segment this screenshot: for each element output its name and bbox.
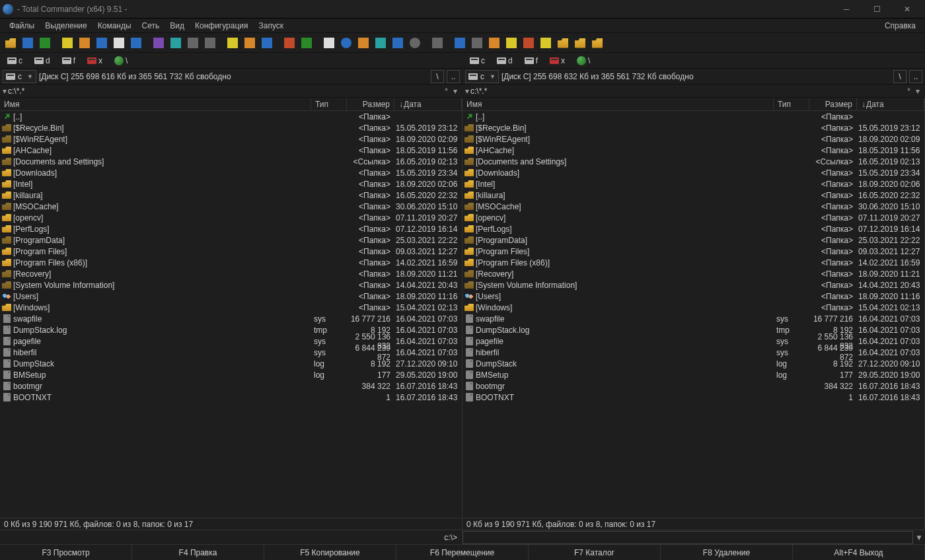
filelist-right[interactable]: ➜[..]<Папка>[$Recycle.Bin]<Папка>15.05.2… [462, 111, 924, 518]
list-item[interactable]: [$Recycle.Bin]<Папка>15.05.2019 23:12 [0, 122, 462, 133]
screen-icon[interactable] [94, 35, 110, 51]
menu-конфигурация[interactable]: Конфигурация [190, 18, 254, 33]
root-button-left[interactable]: \ [431, 70, 444, 83]
fkey-f3[interactable]: F3 Просмотр [0, 545, 132, 560]
list-item[interactable]: [System Volume Information]<Папка>14.04.… [462, 279, 924, 291]
tool-2-icon[interactable] [185, 35, 201, 51]
filelist-left[interactable]: ➜[..]<Папка>[$Recycle.Bin]<Папка>15.05.2… [0, 111, 462, 518]
list-item[interactable]: [Users]<Папка>18.09.2020 11:16 [0, 291, 462, 302]
list-item[interactable]: [Intel]<Папка>18.09.2020 02:06 [462, 178, 924, 190]
header-date[interactable]: ↓Дата [394, 98, 462, 110]
list-item[interactable]: BMSetuplog17729.05.2020 19:00 [462, 369, 924, 380]
grid-icon[interactable] [128, 35, 144, 51]
list-item[interactable]: [ProgramData]<Папка>25.03.2021 22:22 [462, 234, 924, 246]
header-name[interactable]: Имя [462, 98, 774, 110]
list-item[interactable]: [Intel]<Папка>18.09.2020 02:06 [0, 178, 462, 190]
list-item[interactable]: [killaura]<Папка>16.05.2020 22:32 [0, 190, 462, 201]
list-item[interactable]: [MSOCache]<Папка>30.06.2020 15:10 [462, 201, 924, 212]
desktop-icon[interactable] [77, 35, 92, 51]
list-item[interactable]: [ProgramData]<Папка>25.03.2021 22:22 [0, 234, 462, 246]
up-button-left[interactable]: .. [447, 70, 460, 83]
list-item[interactable]: [MSOCache]<Папка>30.06.2020 15:10 [0, 201, 462, 212]
list-item[interactable]: [PerfLogs]<Папка>07.12.2019 16:14 [0, 223, 462, 234]
window-icon[interactable] [390, 35, 406, 51]
menu-команды[interactable]: Команды [92, 18, 137, 33]
history-button[interactable]: ▾ [453, 87, 457, 96]
list-item[interactable]: [opencv]<Папка>07.11.2019 20:27 [0, 212, 462, 223]
bug-icon[interactable] [429, 35, 445, 51]
windows-icon[interactable] [59, 35, 75, 51]
fkey-f4[interactable]: F4 Правка [132, 545, 264, 560]
monitor-icon[interactable] [452, 35, 468, 51]
list-item[interactable]: bootmgr384 32216.07.2016 18:43 [0, 380, 462, 392]
list-item[interactable]: [System Volume Information]<Папка>14.04.… [0, 279, 462, 291]
list-item[interactable]: ➜[..]<Папка> [0, 111, 462, 122]
menu-help[interactable]: Справка [879, 18, 921, 33]
drive-d[interactable]: d [492, 54, 517, 67]
list-item[interactable]: [$WinREAgent]<Папка>18.09.2020 02:09 [0, 133, 462, 145]
header-size[interactable]: Размер [809, 98, 857, 110]
close-button[interactable]: ✕ [892, 0, 922, 18]
list-item[interactable]: BMSetuplog17729.05.2020 19:00 [0, 369, 462, 380]
list-item[interactable]: hiberfilsys6 844 239 87216.04.2021 07:03 [0, 347, 462, 358]
pack-icon[interactable] [486, 35, 502, 51]
split-icon[interactable] [20, 35, 36, 51]
open-icon[interactable] [3, 35, 18, 51]
list-item[interactable]: [$Recycle.Bin]<Папка>15.05.2019 23:12 [462, 122, 924, 133]
image-icon[interactable] [299, 35, 314, 51]
drive-c[interactable]: c [465, 54, 490, 67]
header-date[interactable]: ↓Дата [857, 98, 924, 110]
drive-f[interactable]: f [520, 54, 542, 67]
list-item[interactable]: swapfilesys16 777 21616.04.2021 07:03 [0, 313, 462, 324]
up-button-right[interactable]: .. [909, 70, 922, 83]
list-item[interactable]: [Recovery]<Папка>18.09.2020 11:21 [462, 268, 924, 279]
favorites-button[interactable]: * [445, 87, 448, 96]
list-item[interactable]: bootmgr384 32216.07.2016 18:43 [462, 380, 924, 392]
root-button-right[interactable]: \ [893, 70, 906, 83]
menu-сеть[interactable]: Сеть [137, 18, 165, 33]
fkey-f5[interactable]: F5 Копирование [264, 545, 396, 560]
menu-файлы[interactable]: Файлы [4, 18, 40, 33]
list-item[interactable]: [Users]<Папка>18.09.2020 11:16 [462, 291, 924, 302]
fkey-f6[interactable]: F6 Перемещение [396, 545, 529, 560]
list-item[interactable]: [AHCache]<Папка>18.05.2019 11:56 [462, 145, 924, 156]
drive-c[interactable]: c [3, 54, 27, 67]
list-item[interactable]: DumpStacklog8 19227.12.2020 09:10 [462, 358, 924, 369]
fkey-alt+f4[interactable]: Alt+F4 Выход [793, 545, 925, 560]
menu-выделение[interactable]: Выделение [40, 18, 92, 33]
fkey-f7[interactable]: F7 Каталог [529, 545, 661, 560]
history-button[interactable]: ▾ [916, 87, 920, 96]
list-item[interactable]: [Downloads]<Папка>15.05.2019 23:34 [0, 167, 462, 178]
trash-icon[interactable] [469, 35, 485, 51]
lock-icon[interactable] [503, 35, 519, 51]
command-history-button[interactable]: ▼ [913, 533, 925, 542]
pathbar-left[interactable]: ▾ c:\*.* * ▾ [0, 85, 462, 98]
paint-icon[interactable] [151, 35, 166, 51]
list-item[interactable]: DumpStacklog8 19227.12.2020 09:10 [0, 358, 462, 369]
folder1-icon[interactable] [555, 35, 571, 51]
list-item[interactable]: [killaura]<Папка>16.05.2020 22:32 [462, 190, 924, 201]
list-item[interactable]: BOOTNXT116.07.2016 18:43 [462, 392, 924, 403]
list-item[interactable]: [Documents and Settings]<Ссылка>16.05.20… [0, 156, 462, 167]
list-item[interactable]: [Program Files (x86)]<Папка>14.02.2021 1… [0, 257, 462, 268]
list-item[interactable]: [AHCache]<Папка>18.05.2019 11:56 [0, 145, 462, 156]
drive-\[interactable]: \ [572, 54, 595, 67]
fkey-f8[interactable]: F8 Удаление [661, 545, 793, 560]
list-item[interactable]: [Downloads]<Папка>15.05.2019 23:34 [462, 167, 924, 178]
list-item[interactable]: [Program Files (x86)]<Папка>14.02.2021 1… [462, 257, 924, 268]
list-item[interactable]: [$WinREAgent]<Папка>18.09.2020 02:09 [462, 133, 924, 145]
cmd-icon[interactable] [202, 35, 218, 51]
header-ext[interactable]: Тип [311, 98, 347, 110]
maximize-button[interactable]: ☐ [862, 0, 892, 18]
doc-icon[interactable] [111, 35, 127, 51]
minimize-button[interactable]: ─ [831, 0, 862, 18]
list-item[interactable]: [Windows]<Папка>15.04.2021 02:13 [0, 302, 462, 313]
chevron-down-icon[interactable]: ▾ [465, 87, 469, 96]
drive-x[interactable]: x [545, 54, 570, 67]
target-icon[interactable] [355, 35, 371, 51]
menu-вид[interactable]: Вид [165, 18, 190, 33]
star-icon[interactable] [538, 35, 554, 51]
list-item[interactable]: BOOTNXT116.07.2016 18:43 [0, 392, 462, 403]
drive-x[interactable]: x [83, 54, 107, 67]
list-item[interactable]: [PerfLogs]<Папка>07.12.2019 16:14 [462, 223, 924, 234]
